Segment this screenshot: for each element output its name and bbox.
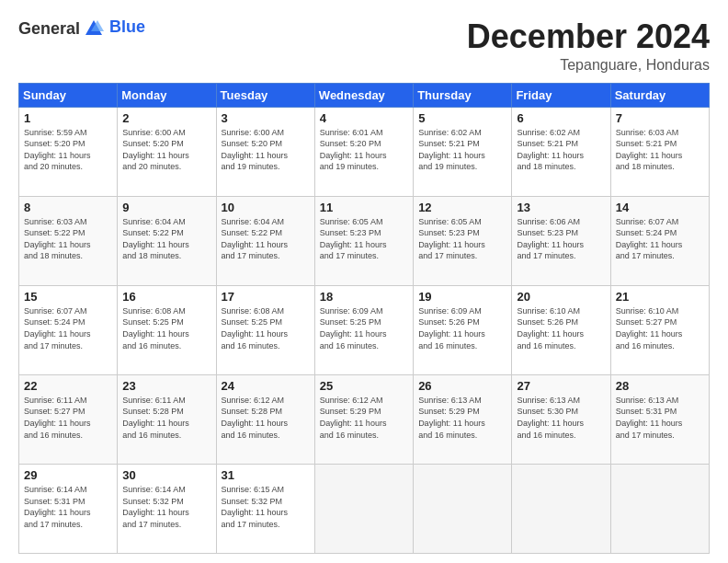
day-info: Sunrise: 6:10 AM Sunset: 5:26 PM Dayligh… [517, 305, 605, 351]
calendar-cell: 19Sunrise: 6:09 AM Sunset: 5:26 PM Dayli… [414, 285, 512, 374]
calendar-cell: 17Sunrise: 6:08 AM Sunset: 5:25 PM Dayli… [216, 285, 314, 374]
calendar-header-friday: Friday [512, 83, 610, 107]
location: Tepanguare, Honduras [467, 57, 710, 74]
day-info: Sunrise: 6:08 AM Sunset: 5:25 PM Dayligh… [122, 305, 210, 351]
day-number: 23 [122, 379, 210, 393]
day-info: Sunrise: 5:59 AM Sunset: 5:20 PM Dayligh… [24, 127, 112, 173]
page: General Blue December 2024 Tepanguare, H… [0, 0, 728, 563]
day-info: Sunrise: 6:14 AM Sunset: 5:32 PM Dayligh… [122, 484, 210, 530]
calendar-cell: 2Sunrise: 6:00 AM Sunset: 5:20 PM Daylig… [118, 107, 216, 196]
day-info: Sunrise: 6:06 AM Sunset: 5:23 PM Dayligh… [517, 216, 605, 262]
calendar-cell: 13Sunrise: 6:06 AM Sunset: 5:23 PM Dayli… [512, 196, 610, 285]
calendar-week-5: 29Sunrise: 6:14 AM Sunset: 5:31 PM Dayli… [19, 464, 710, 553]
day-number: 28 [616, 379, 704, 393]
day-info: Sunrise: 6:13 AM Sunset: 5:31 PM Dayligh… [616, 395, 704, 441]
day-info: Sunrise: 6:00 AM Sunset: 5:20 PM Dayligh… [222, 127, 310, 173]
calendar-week-3: 15Sunrise: 6:07 AM Sunset: 5:24 PM Dayli… [19, 285, 710, 374]
day-info: Sunrise: 6:01 AM Sunset: 5:20 PM Dayligh… [320, 127, 408, 173]
calendar-cell: 30Sunrise: 6:14 AM Sunset: 5:32 PM Dayli… [118, 464, 216, 553]
day-info: Sunrise: 6:09 AM Sunset: 5:26 PM Dayligh… [418, 305, 506, 351]
calendar-cell: 20Sunrise: 6:10 AM Sunset: 5:26 PM Dayli… [512, 285, 610, 374]
calendar-cell: 7Sunrise: 6:03 AM Sunset: 5:21 PM Daylig… [610, 107, 709, 196]
logo-general-text: General [18, 19, 80, 39]
logo: General Blue [18, 18, 145, 39]
calendar-cell: 4Sunrise: 6:01 AM Sunset: 5:20 PM Daylig… [314, 107, 413, 196]
day-info: Sunrise: 6:13 AM Sunset: 5:29 PM Dayligh… [418, 395, 506, 441]
day-number: 17 [222, 290, 310, 304]
day-number: 29 [24, 468, 112, 482]
day-number: 25 [320, 379, 408, 393]
calendar-cell: 29Sunrise: 6:14 AM Sunset: 5:31 PM Dayli… [19, 464, 118, 553]
day-number: 16 [122, 290, 210, 304]
day-number: 24 [222, 379, 310, 393]
calendar-cell: 21Sunrise: 6:10 AM Sunset: 5:27 PM Dayli… [610, 285, 709, 374]
calendar-cell: 12Sunrise: 6:05 AM Sunset: 5:23 PM Dayli… [414, 196, 512, 285]
day-number: 8 [24, 201, 112, 214]
day-number: 10 [222, 201, 310, 214]
day-info: Sunrise: 6:02 AM Sunset: 5:21 PM Dayligh… [517, 127, 605, 173]
calendar-cell: 25Sunrise: 6:12 AM Sunset: 5:29 PM Dayli… [314, 374, 413, 464]
day-info: Sunrise: 6:09 AM Sunset: 5:25 PM Dayligh… [320, 305, 408, 351]
calendar-week-2: 8Sunrise: 6:03 AM Sunset: 5:22 PM Daylig… [19, 196, 710, 285]
calendar-cell: 16Sunrise: 6:08 AM Sunset: 5:25 PM Dayli… [118, 285, 216, 374]
day-info: Sunrise: 6:05 AM Sunset: 5:23 PM Dayligh… [418, 216, 506, 262]
day-info: Sunrise: 6:15 AM Sunset: 5:32 PM Dayligh… [222, 484, 310, 530]
day-number: 7 [616, 111, 704, 125]
calendar-cell: 6Sunrise: 6:02 AM Sunset: 5:21 PM Daylig… [512, 107, 610, 196]
day-info: Sunrise: 6:03 AM Sunset: 5:22 PM Dayligh… [24, 216, 112, 262]
day-number: 22 [24, 379, 112, 393]
calendar-cell [610, 464, 709, 553]
calendar-cell: 14Sunrise: 6:07 AM Sunset: 5:24 PM Dayli… [610, 196, 709, 285]
calendar-cell: 31Sunrise: 6:15 AM Sunset: 5:32 PM Dayli… [216, 464, 314, 553]
calendar-header-tuesday: Tuesday [216, 83, 314, 107]
day-info: Sunrise: 6:11 AM Sunset: 5:27 PM Dayligh… [24, 395, 112, 441]
day-info: Sunrise: 6:13 AM Sunset: 5:30 PM Dayligh… [517, 395, 605, 441]
calendar-cell: 24Sunrise: 6:12 AM Sunset: 5:28 PM Dayli… [216, 374, 314, 464]
day-number: 26 [418, 379, 506, 393]
day-info: Sunrise: 6:10 AM Sunset: 5:27 PM Dayligh… [616, 305, 704, 351]
calendar-week-4: 22Sunrise: 6:11 AM Sunset: 5:27 PM Dayli… [19, 374, 710, 464]
day-info: Sunrise: 6:12 AM Sunset: 5:28 PM Dayligh… [222, 395, 310, 441]
calendar-cell: 8Sunrise: 6:03 AM Sunset: 5:22 PM Daylig… [19, 196, 118, 285]
day-number: 1 [24, 111, 112, 125]
day-info: Sunrise: 6:02 AM Sunset: 5:21 PM Dayligh… [418, 127, 506, 173]
calendar-header-sunday: Sunday [19, 83, 118, 107]
day-number: 20 [517, 290, 605, 304]
day-info: Sunrise: 6:00 AM Sunset: 5:20 PM Dayligh… [122, 127, 210, 173]
calendar-cell: 22Sunrise: 6:11 AM Sunset: 5:27 PM Dayli… [19, 374, 118, 464]
calendar-cell: 27Sunrise: 6:13 AM Sunset: 5:30 PM Dayli… [512, 374, 610, 464]
calendar-cell: 3Sunrise: 6:00 AM Sunset: 5:20 PM Daylig… [216, 107, 314, 196]
day-info: Sunrise: 6:12 AM Sunset: 5:29 PM Dayligh… [320, 395, 408, 441]
day-info: Sunrise: 6:07 AM Sunset: 5:24 PM Dayligh… [24, 305, 112, 351]
calendar-cell [414, 464, 512, 553]
day-info: Sunrise: 6:08 AM Sunset: 5:25 PM Dayligh… [222, 305, 310, 351]
day-info: Sunrise: 6:04 AM Sunset: 5:22 PM Dayligh… [122, 216, 210, 262]
day-number: 9 [122, 201, 210, 214]
calendar-cell: 5Sunrise: 6:02 AM Sunset: 5:21 PM Daylig… [414, 107, 512, 196]
calendar-cell: 11Sunrise: 6:05 AM Sunset: 5:23 PM Dayli… [314, 196, 413, 285]
calendar-cell: 18Sunrise: 6:09 AM Sunset: 5:25 PM Dayli… [314, 285, 413, 374]
day-number: 11 [320, 201, 408, 214]
day-info: Sunrise: 6:07 AM Sunset: 5:24 PM Dayligh… [616, 216, 704, 262]
day-number: 12 [418, 201, 506, 214]
day-info: Sunrise: 6:03 AM Sunset: 5:21 PM Dayligh… [616, 127, 704, 173]
logo-icon [84, 18, 104, 39]
calendar-header-thursday: Thursday [414, 83, 512, 107]
calendar-header-wednesday: Wednesday [314, 83, 413, 107]
day-number: 3 [222, 111, 310, 125]
calendar-cell [314, 464, 413, 553]
day-number: 15 [24, 290, 112, 304]
day-number: 13 [517, 201, 605, 214]
day-info: Sunrise: 6:05 AM Sunset: 5:23 PM Dayligh… [320, 216, 408, 262]
day-number: 21 [616, 290, 704, 304]
calendar-header-row: SundayMondayTuesdayWednesdayThursdayFrid… [19, 83, 710, 107]
day-info: Sunrise: 6:14 AM Sunset: 5:31 PM Dayligh… [24, 484, 112, 530]
calendar-cell: 9Sunrise: 6:04 AM Sunset: 5:22 PM Daylig… [118, 196, 216, 285]
day-number: 5 [418, 111, 506, 125]
day-number: 18 [320, 290, 408, 304]
day-info: Sunrise: 6:11 AM Sunset: 5:28 PM Dayligh… [122, 395, 210, 441]
logo-text: General Blue [18, 18, 145, 39]
calendar-cell: 26Sunrise: 6:13 AM Sunset: 5:29 PM Dayli… [414, 374, 512, 464]
calendar-cell: 15Sunrise: 6:07 AM Sunset: 5:24 PM Dayli… [19, 285, 118, 374]
calendar-week-1: 1Sunrise: 5:59 AM Sunset: 5:20 PM Daylig… [19, 107, 710, 196]
